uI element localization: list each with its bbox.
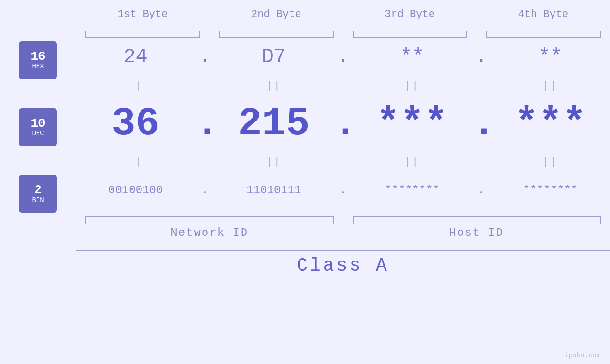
hex-badge-row: 16 HEX (0, 38, 76, 83)
data-area: 16 HEX 10 DEC 2 BIN (0, 38, 610, 216)
values-column: 24 . D7 . ** . ** || || || || 36 (76, 38, 610, 216)
bin-sep-3: . (472, 184, 491, 196)
top-brk-4 (477, 28, 610, 38)
dec-badge: 10 DEC (19, 108, 57, 146)
eq-2-b1: || (76, 156, 195, 168)
network-id-label: Network ID (76, 225, 343, 243)
dec-badge-number: 10 (30, 117, 45, 131)
bottom-bracket-area: Network ID Host ID (0, 216, 610, 250)
top-brk-2 (209, 28, 343, 38)
byte-headers: 1st Byte 2nd Byte 3rd Byte 4th Byte (0, 0, 610, 28)
dec-b3: *** (353, 101, 472, 146)
eq-badge-row-2 (0, 149, 76, 172)
top-brk-corner-3r (466, 31, 467, 38)
eq-2-b3: || (353, 156, 472, 168)
top-brk-3 (343, 28, 477, 38)
eq-badge-row-1 (0, 83, 76, 105)
class-area: Class A (0, 250, 610, 283)
host-brk-line (354, 216, 600, 217)
hex-b4: ** (491, 46, 610, 68)
bin-values-row: 00100100 . 11010111 . ******** . *******… (76, 171, 610, 209)
hex-b3: ** (353, 46, 472, 68)
dec-b1: 36 (76, 101, 195, 146)
col-header-3: 3rd Byte (343, 9, 477, 20)
hex-sep-1: . (195, 46, 214, 68)
hex-sep-2: . (334, 46, 353, 68)
hex-b2: D7 (214, 46, 333, 68)
eq-1-b3: || (353, 80, 472, 92)
bin-badge-base: BIN (32, 197, 44, 204)
col-header-1: 1st Byte (76, 9, 209, 20)
hex-sep-3: . (472, 46, 491, 68)
bottom-bracket-lines (76, 216, 610, 225)
hex-badge-number: 16 (30, 50, 45, 64)
network-bracket (76, 216, 343, 225)
watermark: ipshu.com (564, 352, 601, 359)
net-brk-corner-l (85, 216, 86, 224)
hex-b1: 24 (76, 46, 195, 68)
equals-row-1: || || || || (76, 76, 610, 95)
col-header-2: 2nd Byte (209, 9, 343, 20)
host-brk-corner-r (600, 216, 601, 224)
bin-b1: 00100100 (76, 184, 195, 196)
hex-badge: 16 HEX (19, 41, 57, 79)
dec-b2: 215 (214, 101, 333, 146)
eq-2-b4: || (491, 156, 610, 168)
dec-sep-2: . (334, 101, 353, 146)
bin-b4: ******** (491, 184, 610, 196)
bin-b3: ******** (353, 184, 472, 196)
hex-values-row: 24 . D7 . ** . ** (76, 38, 610, 76)
eq-2-b2: || (214, 156, 333, 168)
badges-column: 16 HEX 10 DEC 2 BIN (0, 38, 76, 216)
bin-b2: 11010111 (214, 184, 333, 196)
top-brk-corner-4r (600, 31, 601, 38)
dec-sep-3: . (472, 101, 491, 146)
dec-b4: *** (491, 101, 610, 146)
class-top-line (76, 250, 610, 251)
host-id-label: Host ID (343, 225, 610, 243)
dec-values-row: 36 . 215 . *** . *** (76, 95, 610, 152)
host-brk-corner-l (353, 216, 354, 224)
equals-row-2: || || || || (76, 152, 610, 171)
dec-badge-row: 10 DEC (0, 105, 76, 149)
bin-badge-row: 2 BIN (0, 171, 76, 216)
dec-sep-1: . (195, 101, 214, 146)
page-container: 1st Byte 2nd Byte 3rd Byte 4th Byte (0, 0, 610, 364)
net-brk-line (86, 216, 333, 217)
class-label: Class A (297, 255, 389, 276)
bottom-labels: Network ID Host ID (76, 225, 610, 243)
bin-badge: 2 BIN (19, 175, 57, 213)
top-brackets (0, 28, 610, 38)
bin-sep-1: . (195, 184, 214, 196)
eq-1-b4: || (491, 80, 610, 92)
bin-sep-2: . (334, 184, 353, 196)
col-header-4: 4th Byte (477, 9, 610, 20)
top-brk-corner-2r (333, 31, 334, 38)
host-bracket (343, 216, 610, 225)
dec-badge-base: DEC (32, 130, 44, 137)
hex-badge-base: HEX (32, 63, 44, 70)
top-brk-1 (76, 28, 209, 38)
bin-badge-number: 2 (34, 183, 42, 197)
eq-1-b2: || (214, 80, 333, 92)
net-brk-corner-r (333, 216, 334, 224)
top-brk-corner-1r (199, 31, 200, 38)
eq-1-b1: || (76, 80, 195, 92)
